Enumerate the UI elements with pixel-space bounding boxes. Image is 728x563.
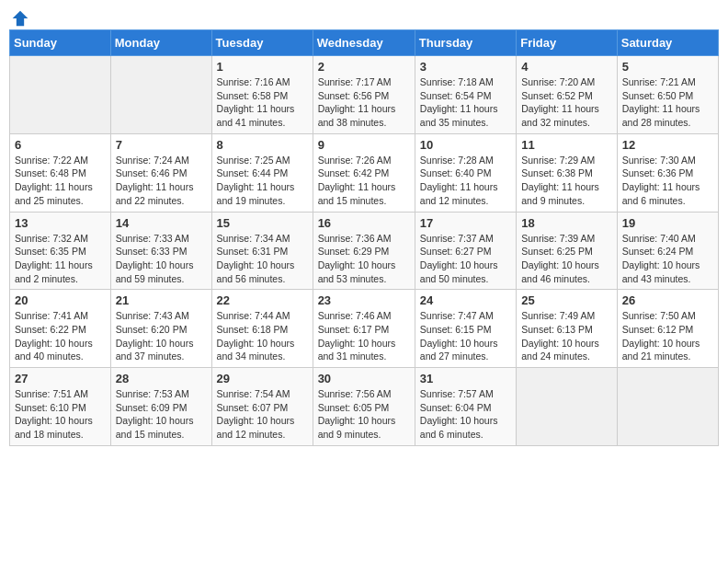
cell-content: Sunrise: 7:28 AM Sunset: 6:40 PM Dayligh… [420,154,511,208]
cell-content: Sunrise: 7:50 AM Sunset: 6:12 PM Dayligh… [622,309,713,363]
day-number: 13 [15,216,106,230]
cell-content: Sunrise: 7:33 AM Sunset: 6:33 PM Dayligh… [116,232,207,286]
calendar-week-row: 6Sunrise: 7:22 AM Sunset: 6:48 PM Daylig… [10,133,719,212]
cell-content: Sunrise: 7:17 AM Sunset: 6:56 PM Dayligh… [318,75,410,130]
day-of-week-header: Thursday [415,30,516,56]
day-number: 2 [318,60,410,74]
day-number: 30 [318,372,410,385]
cell-content: Sunrise: 7:30 AM Sunset: 6:36 PM Dayligh… [622,154,713,208]
cell-content: Sunrise: 7:29 AM Sunset: 6:38 PM Dayligh… [521,154,612,208]
calendar-cell: 24Sunrise: 7:47 AM Sunset: 6:15 PM Dayli… [415,290,516,368]
cell-content: Sunrise: 7:26 AM Sunset: 6:42 PM Dayligh… [318,154,410,208]
day-number: 17 [420,216,511,230]
calendar-cell: 17Sunrise: 7:37 AM Sunset: 6:27 PM Dayli… [415,212,516,290]
calendar-cell: 8Sunrise: 7:25 AM Sunset: 6:44 PM Daylig… [211,133,313,212]
cell-content: Sunrise: 7:20 AM Sunset: 6:52 PM Dayligh… [521,75,612,130]
calendar-cell: 11Sunrise: 7:29 AM Sunset: 6:38 PM Dayli… [517,133,618,212]
cell-content: Sunrise: 7:47 AM Sunset: 6:15 PM Dayligh… [420,309,511,363]
cell-content: Sunrise: 7:18 AM Sunset: 6:54 PM Dayligh… [420,75,511,130]
day-number: 1 [217,60,308,74]
day-number: 12 [622,138,713,152]
day-of-week-header: Tuesday [211,30,313,56]
cell-content: Sunrise: 7:46 AM Sunset: 6:17 PM Dayligh… [318,309,410,363]
calendar-cell: 19Sunrise: 7:40 AM Sunset: 6:24 PM Dayli… [617,212,718,290]
calendar-cell [617,368,718,446]
day-of-week-header: Sunday [10,30,111,56]
day-number: 18 [521,216,612,230]
day-number: 14 [116,216,207,230]
page-header [9,9,719,22]
day-of-week-header: Wednesday [313,30,415,56]
calendar-cell: 13Sunrise: 7:32 AM Sunset: 6:35 PM Dayli… [10,212,111,290]
day-number: 6 [15,138,106,152]
calendar-header-row: SundayMondayTuesdayWednesdayThursdayFrid… [10,30,719,56]
calendar-cell: 9Sunrise: 7:26 AM Sunset: 6:42 PM Daylig… [313,133,415,212]
day-number: 16 [318,216,410,230]
calendar-cell: 27Sunrise: 7:51 AM Sunset: 6:10 PM Dayli… [10,368,111,446]
day-number: 29 [217,372,308,385]
calendar-cell: 1Sunrise: 7:16 AM Sunset: 6:58 PM Daylig… [211,56,313,134]
logo-icon [11,9,29,28]
calendar-cell: 20Sunrise: 7:41 AM Sunset: 6:22 PM Dayli… [10,290,111,368]
cell-content: Sunrise: 7:39 AM Sunset: 6:25 PM Dayligh… [521,232,612,286]
calendar-cell [110,56,211,134]
day-number: 24 [420,293,511,307]
calendar-cell: 2Sunrise: 7:17 AM Sunset: 6:56 PM Daylig… [313,56,415,134]
day-number: 19 [622,216,713,230]
cell-content: Sunrise: 7:24 AM Sunset: 6:46 PM Dayligh… [116,154,207,208]
day-number: 22 [217,293,308,307]
calendar-week-row: 27Sunrise: 7:51 AM Sunset: 6:10 PM Dayli… [10,368,719,446]
calendar-cell: 26Sunrise: 7:50 AM Sunset: 6:12 PM Dayli… [617,290,718,368]
day-number: 23 [318,293,410,307]
cell-content: Sunrise: 7:53 AM Sunset: 6:09 PM Dayligh… [116,387,207,442]
day-number: 31 [420,372,511,385]
calendar-cell: 29Sunrise: 7:54 AM Sunset: 6:07 PM Dayli… [211,368,313,446]
calendar-week-row: 13Sunrise: 7:32 AM Sunset: 6:35 PM Dayli… [10,212,719,290]
calendar-cell: 15Sunrise: 7:34 AM Sunset: 6:31 PM Dayli… [211,212,313,290]
calendar-cell: 5Sunrise: 7:21 AM Sunset: 6:50 PM Daylig… [617,56,718,134]
day-number: 15 [217,216,308,230]
cell-content: Sunrise: 7:51 AM Sunset: 6:10 PM Dayligh… [15,387,106,442]
cell-content: Sunrise: 7:32 AM Sunset: 6:35 PM Dayligh… [15,232,106,286]
calendar-cell: 25Sunrise: 7:49 AM Sunset: 6:13 PM Dayli… [517,290,618,368]
cell-content: Sunrise: 7:54 AM Sunset: 6:07 PM Dayligh… [217,387,308,442]
cell-content: Sunrise: 7:43 AM Sunset: 6:20 PM Dayligh… [116,309,207,363]
calendar-cell: 3Sunrise: 7:18 AM Sunset: 6:54 PM Daylig… [415,56,516,134]
cell-content: Sunrise: 7:49 AM Sunset: 6:13 PM Dayligh… [521,309,612,363]
day-of-week-header: Monday [110,30,211,56]
calendar-cell: 7Sunrise: 7:24 AM Sunset: 6:46 PM Daylig… [110,133,211,212]
cell-content: Sunrise: 7:56 AM Sunset: 6:05 PM Dayligh… [318,387,410,442]
day-of-week-header: Friday [517,30,618,56]
calendar-cell: 10Sunrise: 7:28 AM Sunset: 6:40 PM Dayli… [415,133,516,212]
calendar-cell: 23Sunrise: 7:46 AM Sunset: 6:17 PM Dayli… [313,290,415,368]
cell-content: Sunrise: 7:21 AM Sunset: 6:50 PM Dayligh… [622,75,713,130]
cell-content: Sunrise: 7:25 AM Sunset: 6:44 PM Dayligh… [217,154,308,208]
calendar-cell [517,368,618,446]
calendar-cell: 22Sunrise: 7:44 AM Sunset: 6:18 PM Dayli… [211,290,313,368]
cell-content: Sunrise: 7:16 AM Sunset: 6:58 PM Dayligh… [217,75,308,130]
calendar-cell: 18Sunrise: 7:39 AM Sunset: 6:25 PM Dayli… [517,212,618,290]
cell-content: Sunrise: 7:22 AM Sunset: 6:48 PM Dayligh… [15,154,106,208]
calendar-cell: 6Sunrise: 7:22 AM Sunset: 6:48 PM Daylig… [10,133,111,212]
cell-content: Sunrise: 7:34 AM Sunset: 6:31 PM Dayligh… [217,232,308,286]
day-number: 3 [420,60,511,74]
day-number: 26 [622,293,713,307]
logo [9,9,29,22]
calendar-cell: 16Sunrise: 7:36 AM Sunset: 6:29 PM Dayli… [313,212,415,290]
cell-content: Sunrise: 7:41 AM Sunset: 6:22 PM Dayligh… [15,309,106,363]
calendar-cell: 30Sunrise: 7:56 AM Sunset: 6:05 PM Dayli… [313,368,415,446]
calendar-week-row: 1Sunrise: 7:16 AM Sunset: 6:58 PM Daylig… [10,56,719,134]
day-number: 7 [116,138,207,152]
day-number: 8 [217,138,308,152]
day-of-week-header: Saturday [617,30,718,56]
day-number: 5 [622,60,713,74]
calendar-cell [10,56,111,134]
calendar-cell: 31Sunrise: 7:57 AM Sunset: 6:04 PM Dayli… [415,368,516,446]
day-number: 11 [521,138,612,152]
calendar-week-row: 20Sunrise: 7:41 AM Sunset: 6:22 PM Dayli… [10,290,719,368]
day-number: 9 [318,138,410,152]
cell-content: Sunrise: 7:44 AM Sunset: 6:18 PM Dayligh… [217,309,308,363]
day-number: 27 [15,372,106,385]
calendar-cell: 21Sunrise: 7:43 AM Sunset: 6:20 PM Dayli… [110,290,211,368]
calendar-cell: 28Sunrise: 7:53 AM Sunset: 6:09 PM Dayli… [110,368,211,446]
